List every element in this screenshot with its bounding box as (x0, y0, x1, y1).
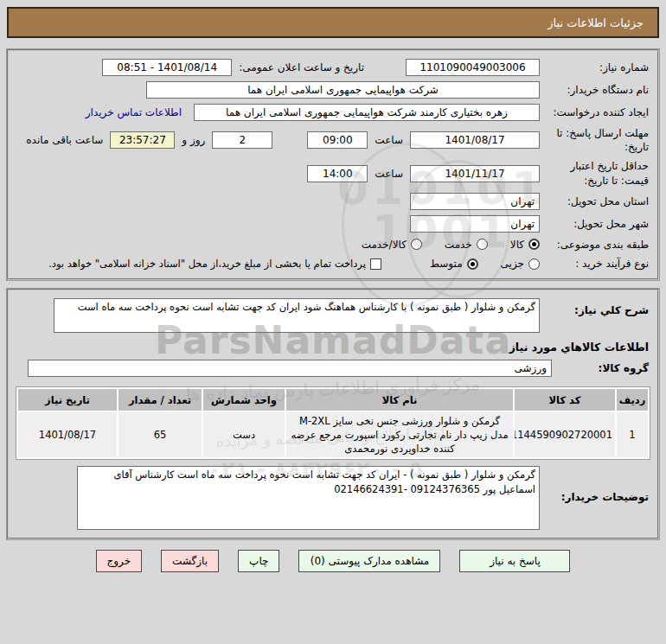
countdown-timer: 23:57:27 (110, 131, 175, 149)
radio-goods-icon[interactable] (528, 239, 540, 250)
cell-quantity: 65 (118, 412, 202, 457)
radio-option-medium[interactable]: متوسط (430, 258, 478, 270)
goods-table-row: 1 1144590902720001 گرمکن و شلوار ورزشی ج… (18, 412, 648, 457)
col-header-need-date: تاریخ نیاز (18, 389, 117, 411)
buyer-org-label: نام دستگاه خریدار: (540, 83, 649, 97)
radio-option-goods[interactable]: کالا (510, 239, 540, 251)
cell-count-unit: دست (203, 412, 285, 457)
purchase-process-label: نوع فرآیند خرید : (540, 257, 649, 271)
radio-service-label: خدمت (445, 239, 472, 251)
page-title: جزئیات اطلاعات نیاز (7, 7, 659, 38)
request-creator-row: ایجاد کننده درخواست: زهره بختیاری کارمند… (12, 101, 654, 124)
radio-option-service[interactable]: خدمت (445, 239, 488, 251)
buyer-org-field[interactable]: شرکت هواپیمایی جمهوری اسلامی ایران هما (146, 81, 540, 99)
goods-info-panel: شرح کلي نیاز: گرمکن و شلوار ( طبق نمونه … (7, 289, 659, 539)
radio-goods-service-label: کالا/خدمت (362, 239, 407, 251)
validity-time-field[interactable]: 14:00 (307, 165, 368, 182)
general-description-label: شرح کلي نیاز: (540, 298, 649, 317)
delivery-city-row: شهر محل تحویل: تهران (12, 213, 654, 235)
radio-option-goods-service[interactable]: کالا/خدمت (362, 239, 422, 251)
delivery-province-row: استان محل تحویل: تهران (12, 190, 654, 213)
need-details-page: { "colors": { "header_bg": "#a1794a", "p… (0, 0, 666, 644)
goods-group-row: گروه کالا: ورزشی (12, 357, 654, 379)
col-header-goods-name: نام کالا (286, 389, 513, 411)
deadline-time-field[interactable]: 09:00 (307, 131, 368, 149)
subject-classification-row: طبقه بندی موضوعی: کالا خدمت کالا/خدمت (12, 235, 654, 254)
need-number-label: شماره نیاز: (540, 61, 649, 74)
need-info-panel: شماره نیاز: 1101090049003006 تاریخ و ساع… (7, 49, 659, 280)
purchase-process-row: نوع فرآیند خرید : جزیی متوسط پرداخت تمام… (12, 254, 654, 273)
buyer-notes-row: توضیحات خریدار: گرمکن و شلوار ( طبق نمون… (12, 463, 654, 532)
radio-medium-icon[interactable] (467, 258, 478, 270)
response-deadline-label: مهلت ارسال پاسخ: تا تاریخ: (540, 126, 649, 154)
validity-hour-label: ساعت (368, 168, 410, 180)
request-creator-label: ایجاد کننده درخواست: (540, 105, 649, 119)
validity-date-field[interactable]: 1401/11/17 (410, 165, 540, 182)
days-and-label: روز و (175, 134, 212, 146)
cell-row-number: 1 (617, 412, 648, 457)
back-button[interactable]: بازگشت (161, 550, 219, 572)
treasury-checkbox-icon[interactable] (370, 258, 381, 270)
need-number-field[interactable]: 1101090049003006 (406, 59, 540, 76)
delivery-city-label: شهر محل تحویل: (540, 217, 649, 231)
radio-minor-icon[interactable] (528, 258, 540, 270)
cell-goods-code: 1144590902720001 (515, 412, 615, 457)
view-attachments-button[interactable]: مشاهده مدارک پیوستی (0) (298, 550, 440, 572)
response-deadline-row: مهلت ارسال پاسخ: تا تاریخ: 1401/08/17 سا… (12, 124, 654, 156)
treasury-checkbox-option[interactable]: پرداخت تمام یا بخشی از مبلغ خرید،از محل … (48, 258, 381, 270)
radio-option-minor[interactable]: جزیی (501, 258, 540, 270)
delivery-city-field[interactable]: تهران (410, 215, 540, 233)
exit-button[interactable]: خروج (96, 550, 143, 572)
action-buttons: پاسخ به نیاز مشاهده مدارک پیوستی (0) چاپ… (7, 550, 659, 572)
page-title-text: جزئیات اطلاعات نیاز (548, 16, 644, 29)
price-validity-row: حداقل تاریخ اعتبار قیمت: تا تاریخ: 1401/… (12, 156, 654, 189)
buyer-contact-link[interactable]: اطلاعات تماس خریدار (86, 106, 182, 118)
goods-table-header-row: ردیف کد کالا نام کالا واحد شمارش تعداد /… (18, 389, 648, 411)
announce-datetime-field[interactable]: 1401/08/14 - 08:51 (102, 59, 232, 76)
deadline-hour-label: ساعت (368, 134, 410, 146)
goods-group-label: گروه کالا: (552, 361, 649, 375)
radio-medium-label: متوسط (430, 258, 463, 270)
print-button[interactable]: چاپ (238, 550, 279, 572)
goods-group-field[interactable]: ورزشی (28, 360, 552, 377)
goods-section-title: اطلاعات کالاهاي مورد نیاز (12, 335, 654, 357)
cell-goods-name: گرمکن و شلوار ورزشی جنس نخی سایز M-2XL م… (286, 412, 513, 457)
radio-minor-label: جزیی (501, 258, 524, 270)
buyer-notes-field[interactable]: گرمکن و شلوار ( طبق نمونه ) - ایران کد ج… (77, 466, 540, 530)
deadline-date-field[interactable]: 1401/08/17 (410, 131, 540, 149)
respond-to-need-button[interactable]: پاسخ به نیاز (459, 550, 570, 572)
need-number-row: شماره نیاز: 1101090049003006 تاریخ و ساع… (12, 56, 654, 79)
radio-goods-service-icon[interactable] (411, 239, 422, 250)
radio-service-icon[interactable] (477, 239, 488, 250)
col-header-goods-code: کد کالا (515, 389, 615, 411)
treasury-checkbox-label: پرداخت تمام یا بخشی از مبلغ خرید،از محل … (48, 258, 366, 270)
goods-table: ردیف کد کالا نام کالا واحد شمارش تعداد /… (16, 386, 650, 460)
announce-datetime-label: تاریخ و ساعت اعلان عمومی: (232, 61, 371, 73)
cell-need-date: 1401/08/17 (18, 412, 117, 457)
buyer-org-row: نام دستگاه خریدار: شرکت هواپیمایی جمهوری… (12, 79, 654, 101)
col-header-row-number: ردیف (617, 389, 648, 411)
days-remaining-field: 2 (212, 131, 272, 149)
general-description-row: شرح کلي نیاز: گرمکن و شلوار ( طبق نمونه … (12, 296, 654, 335)
delivery-province-field[interactable]: تهران (410, 193, 540, 210)
hours-remaining-label: ساعت باقی مانده (19, 134, 110, 146)
radio-goods-label: کالا (510, 239, 524, 251)
buyer-notes-label: توضیحات خریدار: (540, 466, 649, 504)
price-validity-label: حداقل تاریخ اعتبار قیمت: تا تاریخ: (540, 159, 649, 187)
col-header-quantity: تعداد / مقدار (118, 389, 202, 411)
delivery-province-label: استان محل تحویل: (540, 194, 649, 208)
col-header-count-unit: واحد شمارش (203, 389, 285, 411)
request-creator-field[interactable]: زهره بختیاری کارمند شرکت هواپیمایی جمهور… (194, 104, 540, 121)
general-description-field[interactable]: گرمکن و شلوار ( طبق نمونه ) با کارشناس ه… (54, 298, 540, 333)
subject-classification-label: طبقه بندی موضوعی: (540, 238, 649, 252)
